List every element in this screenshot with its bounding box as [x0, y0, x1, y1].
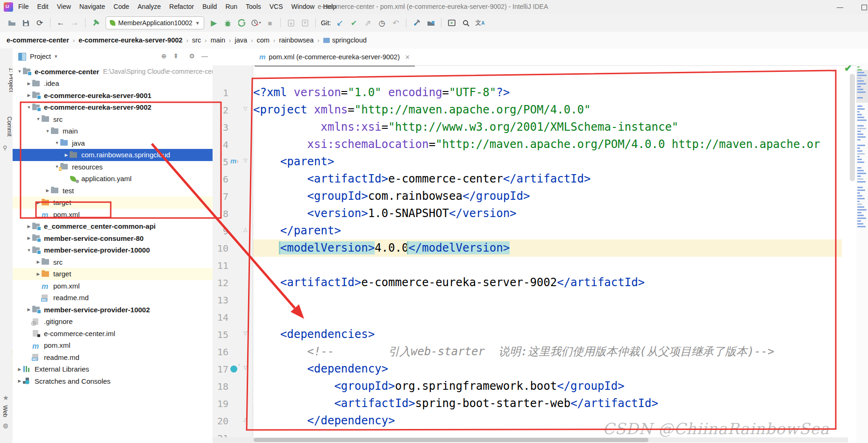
maven-gutter-icon[interactable]: m↑: [230, 157, 239, 165]
collapse-all-icon[interactable]: ⇞: [173, 52, 179, 60]
breadcrumb-item-rainbowsea[interactable]: rainbowsea: [279, 36, 313, 44]
chevron-collapsed-icon[interactable]: ▶: [16, 379, 23, 383]
tree-item-java[interactable]: ▼java: [13, 137, 213, 149]
code-line-14[interactable]: [253, 309, 842, 326]
menu-build[interactable]: Build: [198, 0, 221, 13]
save-icon[interactable]: [19, 17, 32, 28]
code-line-21[interactable]: [253, 429, 842, 443]
run-window-icon[interactable]: [445, 17, 458, 28]
code-line-16[interactable]: <!-- 引入web-starter 说明:这里我们使用版本仲裁(从父项目继承了…: [253, 343, 842, 360]
code-line-2[interactable]: <project xmlns="http://maven.apache.org/…: [253, 101, 842, 119]
code-line-19[interactable]: <artifactId>spring-boot-starter-web</art…: [253, 395, 842, 412]
breadcrumb-item-com[interactable]: com: [256, 36, 269, 44]
locate-file-icon[interactable]: ⊕: [161, 52, 167, 60]
tree-item-test[interactable]: ▶test: [13, 184, 213, 197]
code-line-18[interactable]: <groupId>org.springframework.boot</group…: [253, 378, 842, 395]
menu-analyze[interactable]: Analyze: [134, 0, 165, 13]
chevron-collapsed-icon[interactable]: ▶: [26, 236, 32, 240]
tree-item-e-commerce-center-iml[interactable]: e-commerce-center.iml: [13, 327, 213, 339]
code-minimap[interactable]: [856, 63, 868, 443]
fold-marker-icon[interactable]: ▽: [243, 365, 247, 371]
menu-navigate[interactable]: Navigate: [75, 0, 109, 13]
chevron-expanded-icon[interactable]: ▼: [54, 141, 60, 145]
tab-pom-xml[interactable]: m pom.xml (e-commerce-eureka-server-9002…: [255, 49, 415, 67]
code-line-6[interactable]: <artifactId>e-commerce-center</artifactI…: [253, 170, 842, 188]
debug-icon[interactable]: [221, 17, 235, 28]
spring-gutter-icon[interactable]: [230, 366, 237, 373]
menu-code[interactable]: Code: [109, 0, 133, 13]
ghost-push-icon[interactable]: [299, 17, 312, 28]
tree-item-application-yaml[interactable]: application.yaml: [13, 173, 213, 185]
history-icon[interactable]: ◷: [375, 17, 388, 28]
profiler-icon[interactable]: [249, 17, 263, 28]
chevron-expanded-icon[interactable]: ▼: [26, 105, 32, 110]
changes-folder-icon[interactable]: [424, 17, 437, 28]
chevron-collapsed-icon[interactable]: ▶: [26, 307, 32, 312]
rollback-icon[interactable]: ↶: [389, 17, 402, 28]
code-line-7[interactable]: <groupId>com.rainbowsea</groupId>: [253, 188, 842, 205]
sync-icon[interactable]: ⟳: [33, 17, 46, 28]
chevron-expanded-icon[interactable]: ▼: [35, 117, 42, 121]
chevron-expanded-icon[interactable]: ▼: [16, 69, 23, 74]
tree-item-target[interactable]: ▶target: [13, 268, 213, 280]
tree-item-e-commerce-center[interactable]: ▼e-commerce-centerE:\Java\Spring Cloud\e…: [13, 65, 213, 77]
fold-marker-icon[interactable]: ▽: [243, 330, 247, 336]
menu-vcs[interactable]: VCS: [265, 0, 287, 13]
sidebar-item-web[interactable]: Web: [2, 405, 8, 417]
tree-item-member-service-provider-10000[interactable]: ▼member-service-provider-10000: [13, 244, 213, 256]
code-line-11[interactable]: [253, 257, 842, 274]
close-icon[interactable]: ✕: [405, 54, 410, 61]
chevron-collapsed-icon[interactable]: ▶: [35, 272, 42, 276]
breadcrumb-item-springcloud[interactable]: springcloud: [323, 36, 367, 44]
vertical-scrollbar[interactable]: [850, 74, 855, 181]
menu-view[interactable]: View: [53, 0, 75, 13]
chevron-collapsed-icon[interactable]: ▶: [63, 153, 70, 157]
tree-item-member-service-consumer-80[interactable]: ▶member-service-consumer-80: [13, 232, 213, 244]
tree-item--gitignore[interactable]: ⊘.gitignore: [13, 316, 213, 328]
tree-item-member-service-provider-10002[interactable]: ▶member-service-provider-10002: [13, 303, 213, 316]
tree-item-main[interactable]: ▼main: [13, 125, 213, 137]
menu-edit[interactable]: Edit: [33, 0, 53, 13]
code-line-13[interactable]: [253, 291, 842, 309]
chevron-expanded-icon[interactable]: ▼: [26, 248, 32, 253]
menu-window[interactable]: Window: [287, 0, 319, 13]
chevron-collapsed-icon[interactable]: ▶: [26, 81, 32, 86]
minimize-button[interactable]: —: [830, 0, 850, 14]
fold-marker-icon[interactable]: ▽: [243, 105, 247, 112]
search-icon[interactable]: [459, 17, 472, 28]
chevron-collapsed-icon[interactable]: ▶: [26, 224, 32, 229]
code-line-4[interactable]: xsi:schemaLocation="http://maven.apache.…: [253, 136, 842, 153]
code-line-15[interactable]: <dependencies>: [253, 326, 842, 343]
breadcrumb-item-e-commerce-eureka-server-9002[interactable]: e-commerce-eureka-server-9002: [78, 36, 182, 44]
code-line-10[interactable]: <modelVersion>4.0.0</modelVersion>: [253, 239, 842, 257]
wrench-icon[interactable]: [410, 17, 423, 28]
code-line-3[interactable]: xmlns:xsi="http://www.w3.org/2001/XMLSch…: [253, 119, 842, 136]
run-configuration-select[interactable]: MemberApplication10002 ▼: [106, 16, 204, 29]
hammer-icon[interactable]: [89, 17, 102, 28]
ghost-window-icon[interactable]: [285, 17, 298, 28]
tree-item-com-rainbowsea-springcloud[interactable]: ▶com.rainbowsea.springcloud: [13, 149, 213, 161]
git-commit-icon[interactable]: ✔: [347, 17, 360, 28]
hide-panel-icon[interactable]: —: [201, 52, 208, 60]
tree-item-resources[interactable]: ▼resources: [13, 161, 213, 173]
tree-item-target[interactable]: ▶target: [13, 197, 213, 209]
git-push-icon[interactable]: ⇗: [361, 17, 374, 28]
fold-marker-icon[interactable]: △: [243, 226, 247, 232]
tree-item-e-commerce-eureka-server-9001[interactable]: ▶e-commerce-eureka-server-9001: [13, 89, 213, 101]
inspections-ok-icon[interactable]: ✔: [844, 63, 852, 74]
git-update-icon[interactable]: ↙: [333, 17, 346, 28]
menu-refactor[interactable]: Refactor: [165, 0, 198, 13]
fold-marker-icon[interactable]: △: [243, 416, 247, 422]
tree-item-pom-xml[interactable]: mpom.xml: [13, 208, 213, 220]
forward-icon[interactable]: →: [68, 17, 81, 28]
chevron-collapsed-icon[interactable]: ▶: [44, 188, 51, 193]
chevron-collapsed-icon[interactable]: ▶: [35, 200, 42, 205]
sidebar-item-commit[interactable]: Commit: [6, 116, 13, 136]
tree-item-scratches-and-consoles[interactable]: ▶Scratches and Consoles: [13, 375, 213, 387]
run-icon[interactable]: ▶: [207, 17, 221, 28]
code-line-8[interactable]: <version>1.0-SNAPSHOT</version>: [253, 205, 842, 222]
code-line-1[interactable]: <?xml version="1.0" encoding="UTF-8"?>: [253, 84, 842, 101]
code-line-17[interactable]: <dependency>: [253, 360, 842, 378]
maximize-button[interactable]: [854, 0, 868, 14]
tree-item-e-commerce-center-common-api[interactable]: ▶e_commerce_center-common-api: [13, 220, 213, 232]
